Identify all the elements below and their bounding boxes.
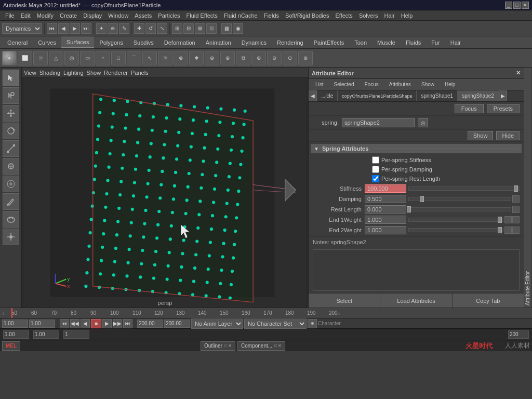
end2weight-input[interactable] xyxy=(365,226,406,234)
per-spring-stiffness-cb[interactable] xyxy=(372,156,379,164)
tc-next-frame[interactable]: ▶ xyxy=(102,319,112,328)
tb-rotate[interactable]: ↺ xyxy=(145,23,156,34)
menu-hair[interactable]: Hair xyxy=(381,11,398,20)
shelf-torus[interactable]: ◎ xyxy=(64,51,79,65)
tab-muscle[interactable]: Muscle xyxy=(372,36,401,48)
node-tab-next[interactable]: ▶ xyxy=(499,90,507,102)
attr-editor-close[interactable]: ✕ xyxy=(516,70,521,76)
menu-help[interactable]: Help xyxy=(398,11,416,20)
close-btn[interactable]: ✕ xyxy=(522,2,529,9)
sb-frame[interactable] xyxy=(63,330,89,339)
shelf-nurbs4[interactable]: ⊗ xyxy=(174,51,188,65)
tc-stop[interactable]: ■ xyxy=(91,319,101,328)
lt-scale[interactable] xyxy=(3,140,19,157)
component-window[interactable]: Component... □ ✕ xyxy=(237,341,285,351)
damping-input[interactable] xyxy=(365,195,406,203)
select-button[interactable]: Select xyxy=(309,294,380,308)
shelf-cylinder[interactable]: ⊃ xyxy=(33,51,48,65)
end2weight-icon[interactable] xyxy=(504,227,512,234)
tab-curves[interactable]: Curves xyxy=(33,36,61,48)
show-button[interactable]: Show xyxy=(468,131,494,140)
shelf-nurbs8[interactable]: ⧉ xyxy=(236,51,250,65)
end2weight-icon2[interactable] xyxy=(512,227,520,234)
current-time-input[interactable] xyxy=(29,320,55,328)
end1weight-icon2[interactable] xyxy=(512,216,520,223)
end1weight-icon[interactable] xyxy=(504,216,512,223)
menu-effects[interactable]: Effects xyxy=(332,11,355,20)
shelf-square[interactable]: □ xyxy=(111,51,126,65)
playback-start-input[interactable] xyxy=(137,320,163,328)
vp-menu-view[interactable]: View xyxy=(24,70,36,76)
shelf-nurbs3[interactable]: ≋ xyxy=(158,51,172,65)
tc-step-fwd[interactable]: ▶▶ xyxy=(113,319,122,328)
node-tab-springshape2[interactable]: springShape2 xyxy=(458,90,499,102)
node-tab-particle[interactable]: ...icle xyxy=(317,90,338,102)
menu-create[interactable]: Create xyxy=(57,11,80,20)
mode-select[interactable]: Dynamics Animation Rendering Polygons xyxy=(2,23,42,34)
shelf-circle[interactable]: ○ xyxy=(96,51,110,65)
spring-icon-btn-1[interactable]: ◎ xyxy=(418,118,428,127)
rest-length-input[interactable] xyxy=(365,205,406,214)
tab-rendering[interactable]: Rendering xyxy=(272,36,309,48)
spring-attrs-section[interactable]: ▼ Spring Attributes Per-spring Stiffness… xyxy=(309,142,524,236)
spring-value-input[interactable] xyxy=(342,118,415,127)
playback-end-input[interactable] xyxy=(164,320,190,328)
menu-assets[interactable]: Assets xyxy=(131,11,155,20)
outliner-window[interactable]: Outliner □ ✕ xyxy=(201,341,235,351)
menu-display[interactable]: Display xyxy=(80,11,105,20)
lt-show-manip[interactable] xyxy=(3,229,19,245)
attr-menu-list[interactable]: List xyxy=(311,80,328,89)
shelf-nurbs7[interactable]: ⊜ xyxy=(220,51,235,65)
stiffness-slider[interactable] xyxy=(408,187,520,191)
per-spring-rest-length-cb[interactable] xyxy=(372,175,379,182)
tab-general[interactable]: General xyxy=(2,36,33,48)
tb-next-key[interactable]: ⏭ xyxy=(81,23,91,34)
focus-button[interactable]: Focus xyxy=(455,104,484,113)
tb-move[interactable]: ✚ xyxy=(134,23,144,34)
minimize-btn[interactable]: _ xyxy=(505,2,512,9)
tb-scale[interactable]: ⤡ xyxy=(157,23,167,34)
end1weight-slider[interactable] xyxy=(408,218,503,222)
tb-snap4[interactable]: ⊡ xyxy=(206,23,217,34)
vp-menu-show[interactable]: Show xyxy=(87,70,101,76)
tc-char-icon[interactable]: ⊕ xyxy=(308,319,317,328)
lt-universal[interactable] xyxy=(3,158,19,175)
lt-sculpt[interactable] xyxy=(3,211,19,228)
component-controls[interactable]: □ ✕ xyxy=(274,343,282,348)
rest-length-slider-icon[interactable] xyxy=(512,206,520,213)
tab-painteffects[interactable]: PaintEffects xyxy=(309,36,350,48)
vp-menu-renderer[interactable]: Renderer xyxy=(104,70,128,76)
shelf-nurbs6[interactable]: ⊛ xyxy=(205,51,219,65)
vp-menu-shading[interactable]: Shading xyxy=(39,70,60,76)
presets-button[interactable]: Presets xyxy=(487,104,520,113)
maximize-btn[interactable]: □ xyxy=(513,2,521,9)
attr-menu-attributes[interactable]: Attributes xyxy=(384,80,416,89)
spring-attrs-header[interactable]: ▼ Spring Attributes xyxy=(311,144,522,153)
attr-side-label[interactable]: Attribute Editor xyxy=(524,68,532,308)
menu-fields[interactable]: Fields xyxy=(261,11,282,20)
menu-soft-rigid[interactable]: Soft/Rigid Bodies xyxy=(282,11,332,20)
anim-layer-select[interactable]: No Anim Layer xyxy=(191,318,243,329)
tc-prev-frame[interactable]: ◀ xyxy=(81,319,90,328)
vp-menu-lighting[interactable]: Lighting xyxy=(63,70,84,76)
per-spring-damping-cb[interactable] xyxy=(372,166,379,173)
stiffness-input[interactable] xyxy=(365,184,406,193)
rest-length-slider[interactable] xyxy=(408,207,511,211)
tab-toon[interactable]: Toon xyxy=(349,36,372,48)
notes-textarea-area[interactable] xyxy=(313,249,520,291)
menu-particles[interactable]: Particles xyxy=(155,11,183,20)
attr-menu-show[interactable]: Show xyxy=(417,80,439,89)
menu-edit[interactable]: Edit xyxy=(18,11,34,20)
copy-tab-button[interactable]: Copy Tab xyxy=(453,294,524,308)
shelf-nurbs1[interactable]: ⌒ xyxy=(127,51,141,65)
shelf-nurbs10[interactable]: ⊖ xyxy=(267,51,282,65)
shelf-nurbs5[interactable]: ❖ xyxy=(189,51,204,65)
tab-polygons[interactable]: Polygons xyxy=(94,36,128,48)
window-controls[interactable]: _ □ ✕ xyxy=(505,2,529,9)
timeline-ruler[interactable]: 1 50 60 70 80 90 100 110 120 130 140 150… xyxy=(0,308,532,318)
sb-end[interactable] xyxy=(508,330,529,339)
node-tab-prev[interactable]: ◀ xyxy=(309,90,317,102)
damping-slider[interactable] xyxy=(408,197,511,201)
tab-fur[interactable]: Fur xyxy=(426,36,445,48)
outliner-controls[interactable]: □ ✕ xyxy=(224,343,232,348)
